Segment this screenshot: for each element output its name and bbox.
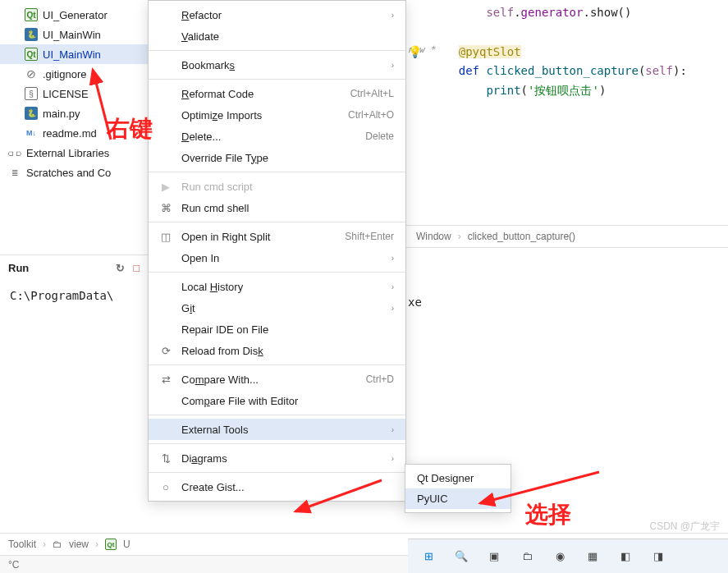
blank-icon (158, 8, 173, 21)
menu-label: Open In (181, 252, 383, 264)
menu-item[interactable]: Git› (149, 297, 405, 319)
code-editor[interactable]: self.generator.show() new * 💡 @pyqtSlot … (406, 0, 728, 222)
menu-shortcut: Ctrl+Alt+O (348, 109, 394, 121)
tree-external-libraries[interactable]: ⫏⫐ External Libraries (0, 143, 148, 163)
code-function: clicked_button_capture (486, 64, 638, 77)
explorer-icon[interactable]: 🗀 (516, 546, 538, 567)
code-token: show (590, 6, 618, 19)
chevron-right-icon: › (391, 11, 394, 20)
status-temp: °C (8, 559, 19, 571)
task-view-icon[interactable]: ▣ (483, 546, 505, 567)
run-output[interactable]: C:\ProgramData\ (0, 281, 148, 310)
menu-label: Repair IDE on File (181, 323, 394, 336)
menu-item[interactable]: ⌘Run cmd shell (149, 197, 405, 218)
code-decorator: @pyqtSlot (459, 45, 521, 58)
menu-separator (149, 415, 405, 415)
menu-item[interactable]: Repair IDE on File (149, 319, 405, 340)
app-icon[interactable]: ◨ (648, 546, 669, 567)
bulb-icon[interactable]: 💡 (408, 43, 422, 62)
compare-icon: ⇄ (158, 373, 173, 386)
menu-item[interactable]: Delete...Delete (149, 126, 405, 147)
menu-separator (149, 472, 405, 473)
menu-item[interactable]: ○Create Gist... (149, 476, 405, 497)
code-token: generator (521, 6, 584, 19)
menu-item[interactable]: Compare File with Editor (149, 390, 405, 411)
menu-item: ▶Run cmd script (149, 176, 405, 197)
tree-file-license[interactable]: § LICENSE (0, 84, 148, 103)
tree-file-main-py[interactable]: 🐍 main.py (0, 103, 148, 123)
python-icon: 🐍 (25, 28, 38, 41)
tree-scratches[interactable]: ≣ Scratches and Co (0, 163, 148, 182)
run-panel: Run ↻ □ C:\ProgramData\ (0, 254, 148, 310)
tree-file-gitignore[interactable]: ⊘ .gitignore (0, 64, 148, 84)
menu-label: Reformat Code (181, 88, 342, 100)
blank-icon (158, 130, 173, 143)
menu-item[interactable]: Validate (149, 25, 405, 47)
menu-label: Compare File with Editor (181, 395, 394, 407)
menu-item[interactable]: Bookmarks› (149, 54, 405, 76)
breadcrumb-method[interactable]: clicked_button_capture() (468, 231, 575, 242)
menu-label: Diagrams (181, 452, 383, 465)
libraries-icon: ⫏⫐ (8, 146, 21, 159)
menu-separator (149, 443, 405, 444)
breadcrumb-item[interactable]: U (123, 539, 130, 550)
chevron-right-icon: › (391, 61, 394, 70)
edge-icon[interactable]: ◉ (549, 546, 570, 567)
annotation-select: 选择 (525, 499, 571, 530)
search-icon[interactable]: 🔍 (451, 546, 472, 567)
menu-label: Open in Right Split (181, 231, 337, 243)
menu-item[interactable]: Local History› (149, 276, 405, 297)
blank-icon (158, 30, 173, 43)
menu-label: Run cmd shell (181, 202, 394, 214)
menu-item[interactable]: ⟳Reload from Disk (149, 340, 405, 361)
qt-icon: Qt (105, 539, 117, 550)
windows-start-icon[interactable]: ⊞ (418, 546, 439, 567)
breadcrumb-class[interactable]: Window (416, 231, 451, 242)
tree-file-ui-generator[interactable]: Qt UI_Generator (0, 5, 148, 25)
breadcrumb-item[interactable]: view (69, 539, 89, 550)
menu-label: Validate (181, 30, 394, 43)
file-name: UI_Generator (43, 9, 108, 21)
blank-icon (158, 251, 173, 264)
menu-label: Optimize Imports (181, 109, 340, 121)
file-name: LICENSE (43, 88, 89, 100)
rerun-icon[interactable]: ↻ (116, 262, 125, 274)
breadcrumb-item[interactable]: Toolkit (8, 539, 36, 550)
menu-item[interactable]: Open In› (149, 247, 405, 268)
menu-item[interactable]: ◫Open in Right SplitShift+Enter (149, 226, 405, 247)
tree-file-ui-mainwin-py[interactable]: 🐍 UI_MainWin (0, 25, 148, 44)
tree-file-readme[interactable]: M↓ readme.md (0, 123, 148, 143)
run-icon: ▶ (158, 180, 173, 193)
menu-label: Run cmd script (181, 181, 394, 193)
blank-icon (158, 280, 173, 293)
menu-item[interactable]: Reformat CodeCtrl+Alt+L (149, 83, 405, 104)
tree-file-ui-mainwin-qt[interactable]: Qt UI_MainWin (0, 44, 148, 64)
menu-shortcut: Ctrl+D (366, 374, 394, 385)
menu-label: Create Gist... (181, 481, 394, 493)
app-icon[interactable]: ▦ (582, 546, 603, 567)
menu-item[interactable]: ⇅Diagrams› (149, 447, 405, 469)
menu-item[interactable]: Optimize ImportsCtrl+Alt+O (149, 104, 405, 126)
submenu-qt-designer[interactable]: Qt Designer (405, 468, 511, 488)
menu-item[interactable]: Override File Type (149, 147, 405, 168)
run-title: Run (8, 262, 29, 274)
submenu-pyuic[interactable]: PyUIC (405, 488, 511, 509)
menu-item[interactable]: ⇄Compare With...Ctrl+D (149, 369, 405, 390)
file-name: .gitignore (43, 68, 86, 80)
menu-label: Bookmarks (181, 59, 383, 71)
code-function: print (486, 84, 520, 97)
blank-icon (158, 301, 173, 314)
output-fragment: xe (408, 296, 422, 309)
menu-item[interactable]: External Tools› (149, 419, 405, 440)
menu-label: Git (181, 302, 383, 314)
stop-icon[interactable]: □ (133, 262, 140, 274)
menu-label: External Tools (181, 424, 383, 436)
chevron-right-icon: › (391, 254, 394, 263)
menu-separator (149, 172, 405, 172)
code-keyword: def (459, 64, 479, 77)
blank-icon (158, 394, 173, 407)
app-icon[interactable]: ◧ (615, 546, 636, 567)
gitignore-icon: ⊘ (25, 67, 38, 80)
chevron-right-icon: › (458, 231, 461, 242)
menu-item[interactable]: Refactor› (149, 4, 405, 25)
